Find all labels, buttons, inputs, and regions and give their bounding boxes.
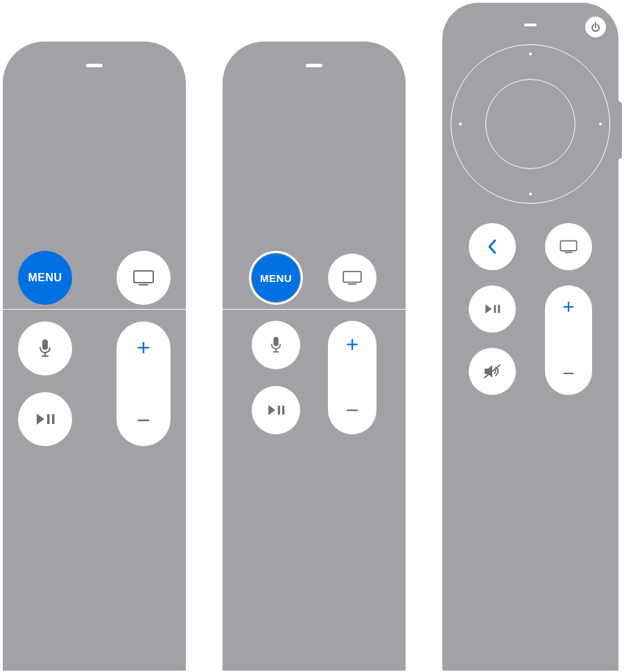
play-pause-button[interactable] [469,285,516,333]
play-pause-button[interactable] [252,386,300,434]
mic-button[interactable] [252,321,300,369]
menu-button-label: MENU [260,272,292,284]
volume-down[interactable]: − [137,407,150,434]
play-pause-button[interactable] [18,392,72,446]
volume-down[interactable]: − [562,362,575,385]
play-pause-icon [35,412,55,427]
volume-up[interactable]: + [562,295,575,319]
power-button[interactable] [585,17,606,37]
volume-rocker[interactable]: + − [116,321,171,446]
microphone-icon [270,335,282,355]
mic-slot [86,64,103,67]
svg-rect-9 [273,337,278,346]
clickpad-dot-up [529,53,532,55]
power-icon [590,21,601,33]
clickpad-dot-right [599,123,602,125]
clickpad-dot-left [459,123,462,125]
microphone-icon [38,338,52,359]
volume-down[interactable]: − [346,398,359,423]
svg-rect-6 [52,414,55,424]
svg-rect-5 [47,414,50,424]
tv-button[interactable] [116,251,171,305]
clickpad-dot-down [529,193,532,195]
svg-rect-21 [498,305,500,312]
menu-button-label: MENU [28,272,62,284]
clickpad-center[interactable] [485,79,575,169]
mic-slot [306,64,322,67]
tv-icon [559,240,578,254]
mute-icon [483,363,502,380]
mic-button[interactable] [18,321,72,375]
tv-button[interactable] [328,254,376,302]
volume-up[interactable]: + [346,332,359,357]
touchpad-divider [223,309,406,310]
volume-rocker[interactable]: + − [328,321,376,434]
mute-button[interactable] [469,348,516,395]
siri-side-button[interactable] [618,101,622,159]
volume-rocker[interactable]: + − [545,285,592,395]
chevron-left-icon [487,238,498,255]
volume-up[interactable]: + [137,334,150,361]
remote-gen2: + − [442,3,618,671]
play-pause-icon [266,403,286,417]
remote-gen1-alt: MENU + − [223,42,406,671]
svg-rect-13 [282,406,284,415]
play-pause-icon [483,303,501,315]
svg-rect-2 [42,339,48,350]
tv-button[interactable] [545,223,592,270]
back-button[interactable] [469,223,516,270]
touchpad-divider [3,309,186,310]
menu-button[interactable]: MENU [252,254,300,302]
tv-icon [132,269,155,286]
svg-rect-18 [560,241,576,251]
svg-rect-20 [494,305,496,312]
svg-rect-7 [343,272,361,283]
svg-rect-12 [278,406,280,415]
mic-slot [524,24,537,26]
menu-button[interactable]: MENU [18,251,72,305]
remote-gen1: MENU + − [3,42,186,671]
tv-icon [342,270,363,285]
svg-rect-0 [134,271,153,283]
